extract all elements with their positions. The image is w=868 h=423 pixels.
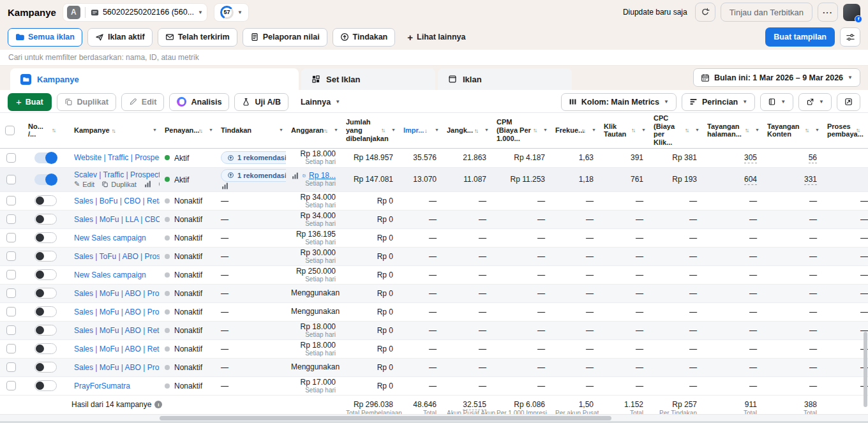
column-filter-caret[interactable]: ▼ bbox=[815, 128, 819, 133]
column-header-cpm[interactable]: CPM (Biaya Per 1.000...↑↓▼ bbox=[491, 113, 550, 148]
filter-chip-lihat-lainnya[interactable]: +Lihat lainnya bbox=[400, 28, 472, 47]
column-filter-caret[interactable]: ▼ bbox=[435, 128, 439, 133]
more-options-button[interactable]: ··· bbox=[818, 3, 838, 22]
filter-chip-tindakan[interactable]: Tindakan bbox=[333, 28, 396, 47]
budget-charts-icon[interactable] bbox=[291, 172, 299, 180]
footer-reach[interactable]: 32.515 bbox=[463, 400, 486, 410]
sort-toggle-icon[interactable]: ↑↓ bbox=[324, 128, 327, 134]
refresh-button[interactable] bbox=[695, 3, 715, 22]
cell-lpv[interactable]: 305 bbox=[744, 153, 757, 163]
column-header-action[interactable]: Tindakan▼ bbox=[216, 113, 286, 148]
filter-chip-iklan-aktif[interactable]: Iklan aktif bbox=[87, 28, 153, 47]
campaign-toggle[interactable] bbox=[34, 325, 57, 336]
row-checkbox[interactable] bbox=[6, 288, 16, 298]
campaign-name-link[interactable]: Sales | MoFu | ABO | Prospect... bbox=[74, 289, 160, 298]
horizontal-scrollbar-thumb[interactable] bbox=[160, 416, 611, 420]
row-edit-action[interactable]: ✎Edit bbox=[74, 180, 94, 188]
info-icon[interactable]: i bbox=[154, 401, 162, 408]
columns-button[interactable]: Kolom: Main Metrics▼ bbox=[561, 93, 677, 111]
column-header-delivery[interactable]: Penayan...↑↓▼ bbox=[160, 113, 216, 148]
column-header-cpc[interactable]: CPC (Biaya per Klik...↑↓▼ bbox=[648, 113, 702, 148]
edit-button[interactable]: Edit bbox=[121, 93, 165, 111]
account-score-selector[interactable]: 57 ▼ bbox=[214, 3, 249, 22]
column-filter-caret[interactable]: ▼ bbox=[334, 128, 338, 133]
review-publish-button[interactable]: Tinjau dan Terbitkan bbox=[721, 3, 812, 22]
cell-lpv[interactable]: 604 bbox=[744, 175, 757, 185]
column-header-impressions[interactable]: Impr...↓▼ bbox=[398, 113, 442, 148]
duplicate-button[interactable]: Duplikat bbox=[57, 93, 116, 111]
campaign-toggle[interactable] bbox=[34, 214, 57, 225]
row-checkbox[interactable] bbox=[6, 307, 16, 316]
campaign-name-link[interactable]: Sales | ToFu | ABO | Prospecti... bbox=[74, 252, 160, 261]
column-filter-caret[interactable]: ▼ bbox=[484, 128, 489, 133]
row-checkbox[interactable] bbox=[6, 381, 16, 390]
column-header-checkout[interactable]: Proses pembaya...↑↓ bbox=[822, 113, 868, 148]
column-filter-caret[interactable]: ▼ bbox=[391, 128, 396, 133]
reports-button[interactable]: ▼ bbox=[760, 93, 793, 111]
column-filter-caret[interactable]: ▼ bbox=[641, 128, 646, 133]
profile-avatar[interactable]: f bbox=[843, 4, 860, 21]
analyze-button[interactable]: Analisis bbox=[169, 93, 229, 111]
column-filter-caret[interactable]: ▼ bbox=[279, 128, 283, 133]
recommendation-badge[interactable]: 1 rekomendasi bbox=[221, 151, 286, 164]
cell-cv[interactable]: 56 bbox=[809, 153, 817, 163]
column-filter-caret[interactable]: ▼ bbox=[755, 128, 760, 133]
column-filter-caret[interactable]: ▼ bbox=[543, 128, 548, 133]
campaign-toggle[interactable] bbox=[34, 288, 57, 299]
campaign-name-link[interactable]: Sales | MoFu | ABO | Prospect... bbox=[74, 308, 160, 316]
row-checkbox[interactable] bbox=[6, 153, 16, 163]
row-charts-action[interactable] bbox=[144, 180, 152, 188]
campaign-toggle[interactable] bbox=[34, 195, 57, 206]
campaign-toggle[interactable] bbox=[34, 251, 57, 262]
column-header-budget[interactable]: Anggaran↑↓▼ bbox=[286, 113, 341, 148]
column-header-cv[interactable]: Tayangan Konten↑↓▼ bbox=[762, 113, 822, 148]
campaign-name-link[interactable]: New Sales campaign bbox=[74, 271, 146, 279]
row-checkbox[interactable] bbox=[6, 362, 16, 372]
column-filter-caret[interactable]: ▼ bbox=[695, 128, 700, 133]
sort-toggle-icon[interactable]: ↑↓ bbox=[856, 127, 859, 133]
sort-toggle-icon[interactable]: ↑↓ bbox=[52, 127, 55, 133]
sort-toggle-icon[interactable]: ↑↓ bbox=[685, 127, 688, 133]
filter-chip-semua-iklan[interactable]: Semua iklan bbox=[8, 28, 82, 47]
row-checkbox[interactable] bbox=[6, 251, 16, 261]
row-checkbox[interactable] bbox=[6, 233, 16, 242]
sort-toggle-icon[interactable]: ↑↓ bbox=[112, 128, 115, 134]
row-duplicate-action[interactable]: Duplikat bbox=[101, 181, 137, 188]
create-button[interactable]: +Buat bbox=[8, 93, 52, 111]
row-checkbox[interactable] bbox=[6, 214, 16, 224]
column-filter-caret[interactable]: ▼ bbox=[153, 128, 157, 133]
campaign-name-link[interactable]: PrayForSumatra bbox=[74, 382, 130, 390]
campaign-name-link[interactable]: Sales | MoFu | ABO | Retarget... bbox=[74, 326, 160, 335]
campaign-name-link[interactable]: New Sales campaign bbox=[74, 234, 146, 242]
sort-desc-icon[interactable]: ↓ bbox=[424, 128, 426, 134]
sort-toggle-icon[interactable]: ↑↓ bbox=[198, 128, 202, 134]
date-range-selector[interactable]: Bulan ini: 1 Mar 2026 – 9 Mar 2026 ▼ bbox=[693, 68, 860, 87]
tab-iklan[interactable]: Iklan bbox=[438, 68, 572, 90]
campaign-toggle[interactable] bbox=[34, 269, 57, 280]
campaign-toggle[interactable] bbox=[34, 362, 57, 373]
column-header-clicks[interactable]: Klik Tautan↑↓▼ bbox=[599, 113, 648, 148]
export-button[interactable]: ▼ bbox=[798, 93, 832, 111]
view-settings-button[interactable] bbox=[840, 27, 860, 47]
column-header-spent[interactable]: Jumlah yang dibelanjakan↑↓▼ bbox=[341, 113, 398, 148]
sort-toggle-icon[interactable]: ↑↓ bbox=[631, 127, 634, 133]
breakdown-button[interactable]: Perincian▼ bbox=[682, 93, 755, 111]
campaign-name-link[interactable]: Sales | BoFu | CBO | Retargett... bbox=[74, 197, 160, 205]
campaign-name-link[interactable]: Scalev | Traffic | Prospecting bbox=[74, 170, 160, 179]
campaign-name-link[interactable]: Sales | MoFu | LLA | CBO | Pro... bbox=[74, 215, 160, 224]
sort-toggle-icon[interactable]: ↑↓ bbox=[745, 127, 748, 133]
tab-set-iklan[interactable]: Set Iklan bbox=[301, 68, 435, 90]
header-select-all[interactable] bbox=[0, 113, 23, 148]
column-header-lpv[interactable]: Tayangan halaman...↑↓▼ bbox=[702, 113, 762, 148]
tab-kampanye[interactable]: Kampanye bbox=[10, 68, 299, 90]
campaign-toggle[interactable] bbox=[34, 174, 57, 185]
campaign-toggle[interactable] bbox=[34, 380, 57, 391]
recommendation-badge[interactable]: 1 rekomendasi bbox=[221, 169, 286, 182]
column-filter-caret[interactable]: ▼ bbox=[592, 128, 596, 133]
select-all-checkbox[interactable] bbox=[5, 126, 15, 135]
budget-link[interactable]: Rp 18... bbox=[309, 172, 336, 180]
filter-chip-telah-terkirim[interactable]: Telah terkirim bbox=[158, 28, 237, 47]
account-selector[interactable]: A 560202250202166 (560... ▼ bbox=[63, 3, 207, 22]
campaign-name-link[interactable]: Website | Traffic | Prospecting bbox=[74, 153, 160, 162]
chart-expand-button[interactable] bbox=[837, 93, 860, 111]
